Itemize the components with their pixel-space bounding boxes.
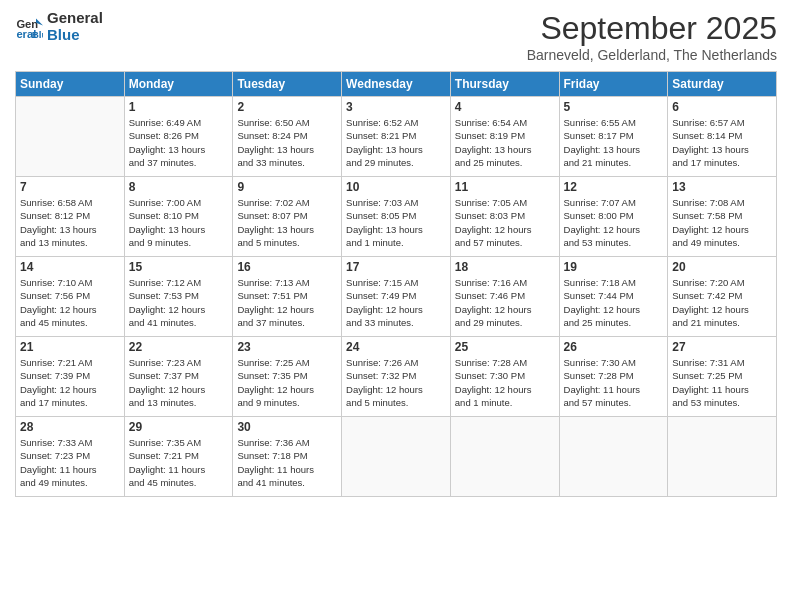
calendar-day-header: Friday [559, 72, 668, 97]
day-info: Sunrise: 6:57 AM Sunset: 8:14 PM Dayligh… [672, 116, 772, 169]
day-number: 20 [672, 260, 772, 274]
calendar-cell [450, 417, 559, 497]
day-info: Sunrise: 6:49 AM Sunset: 8:26 PM Dayligh… [129, 116, 229, 169]
calendar-week-row: 7Sunrise: 6:58 AM Sunset: 8:12 PM Daylig… [16, 177, 777, 257]
calendar-cell: 30Sunrise: 7:36 AM Sunset: 7:18 PM Dayli… [233, 417, 342, 497]
logo-icon: Gen eral Blue [15, 13, 43, 41]
calendar-cell: 10Sunrise: 7:03 AM Sunset: 8:05 PM Dayli… [342, 177, 451, 257]
day-info: Sunrise: 7:18 AM Sunset: 7:44 PM Dayligh… [564, 276, 664, 329]
calendar-cell: 3Sunrise: 6:52 AM Sunset: 8:21 PM Daylig… [342, 97, 451, 177]
calendar-day-header: Monday [124, 72, 233, 97]
calendar-cell: 9Sunrise: 7:02 AM Sunset: 8:07 PM Daylig… [233, 177, 342, 257]
calendar-cell: 1Sunrise: 6:49 AM Sunset: 8:26 PM Daylig… [124, 97, 233, 177]
day-info: Sunrise: 7:28 AM Sunset: 7:30 PM Dayligh… [455, 356, 555, 409]
calendar-cell: 13Sunrise: 7:08 AM Sunset: 7:58 PM Dayli… [668, 177, 777, 257]
calendar-day-header: Sunday [16, 72, 125, 97]
calendar-cell: 17Sunrise: 7:15 AM Sunset: 7:49 PM Dayli… [342, 257, 451, 337]
calendar-day-header: Thursday [450, 72, 559, 97]
day-info: Sunrise: 7:31 AM Sunset: 7:25 PM Dayligh… [672, 356, 772, 409]
title-block: September 2025 Barneveld, Gelderland, Th… [527, 10, 777, 63]
logo-line2: Blue [47, 27, 103, 44]
svg-text:Blue: Blue [32, 29, 43, 40]
day-info: Sunrise: 6:50 AM Sunset: 8:24 PM Dayligh… [237, 116, 337, 169]
day-info: Sunrise: 7:23 AM Sunset: 7:37 PM Dayligh… [129, 356, 229, 409]
day-info: Sunrise: 7:15 AM Sunset: 7:49 PM Dayligh… [346, 276, 446, 329]
day-number: 12 [564, 180, 664, 194]
day-info: Sunrise: 6:52 AM Sunset: 8:21 PM Dayligh… [346, 116, 446, 169]
logo: Gen eral Blue General Blue [15, 10, 103, 43]
day-number: 1 [129, 100, 229, 114]
day-number: 22 [129, 340, 229, 354]
calendar-day-header: Wednesday [342, 72, 451, 97]
calendar-cell [16, 97, 125, 177]
day-info: Sunrise: 7:33 AM Sunset: 7:23 PM Dayligh… [20, 436, 120, 489]
calendar-header-row: SundayMondayTuesdayWednesdayThursdayFrid… [16, 72, 777, 97]
day-number: 4 [455, 100, 555, 114]
calendar-cell [559, 417, 668, 497]
day-number: 11 [455, 180, 555, 194]
calendar-cell: 16Sunrise: 7:13 AM Sunset: 7:51 PM Dayli… [233, 257, 342, 337]
calendar-cell: 15Sunrise: 7:12 AM Sunset: 7:53 PM Dayli… [124, 257, 233, 337]
day-info: Sunrise: 6:55 AM Sunset: 8:17 PM Dayligh… [564, 116, 664, 169]
day-info: Sunrise: 7:03 AM Sunset: 8:05 PM Dayligh… [346, 196, 446, 249]
day-number: 5 [564, 100, 664, 114]
calendar-cell: 21Sunrise: 7:21 AM Sunset: 7:39 PM Dayli… [16, 337, 125, 417]
day-number: 2 [237, 100, 337, 114]
day-number: 19 [564, 260, 664, 274]
month-title: September 2025 [527, 10, 777, 47]
day-info: Sunrise: 7:26 AM Sunset: 7:32 PM Dayligh… [346, 356, 446, 409]
day-info: Sunrise: 7:20 AM Sunset: 7:42 PM Dayligh… [672, 276, 772, 329]
day-number: 30 [237, 420, 337, 434]
calendar-cell: 14Sunrise: 7:10 AM Sunset: 7:56 PM Dayli… [16, 257, 125, 337]
day-number: 10 [346, 180, 446, 194]
calendar-cell: 2Sunrise: 6:50 AM Sunset: 8:24 PM Daylig… [233, 97, 342, 177]
calendar-day-header: Tuesday [233, 72, 342, 97]
day-info: Sunrise: 7:25 AM Sunset: 7:35 PM Dayligh… [237, 356, 337, 409]
day-number: 26 [564, 340, 664, 354]
day-number: 6 [672, 100, 772, 114]
day-number: 3 [346, 100, 446, 114]
calendar-cell: 27Sunrise: 7:31 AM Sunset: 7:25 PM Dayli… [668, 337, 777, 417]
day-number: 29 [129, 420, 229, 434]
day-info: Sunrise: 6:58 AM Sunset: 8:12 PM Dayligh… [20, 196, 120, 249]
day-info: Sunrise: 7:02 AM Sunset: 8:07 PM Dayligh… [237, 196, 337, 249]
day-number: 8 [129, 180, 229, 194]
day-number: 28 [20, 420, 120, 434]
day-number: 25 [455, 340, 555, 354]
day-number: 21 [20, 340, 120, 354]
day-number: 16 [237, 260, 337, 274]
day-info: Sunrise: 7:12 AM Sunset: 7:53 PM Dayligh… [129, 276, 229, 329]
calendar-body: 1Sunrise: 6:49 AM Sunset: 8:26 PM Daylig… [16, 97, 777, 497]
calendar-cell: 11Sunrise: 7:05 AM Sunset: 8:03 PM Dayli… [450, 177, 559, 257]
calendar-cell [668, 417, 777, 497]
calendar-cell: 26Sunrise: 7:30 AM Sunset: 7:28 PM Dayli… [559, 337, 668, 417]
day-info: Sunrise: 7:21 AM Sunset: 7:39 PM Dayligh… [20, 356, 120, 409]
calendar-cell: 22Sunrise: 7:23 AM Sunset: 7:37 PM Dayli… [124, 337, 233, 417]
day-info: Sunrise: 7:05 AM Sunset: 8:03 PM Dayligh… [455, 196, 555, 249]
day-info: Sunrise: 7:16 AM Sunset: 7:46 PM Dayligh… [455, 276, 555, 329]
day-number: 27 [672, 340, 772, 354]
calendar-cell: 7Sunrise: 6:58 AM Sunset: 8:12 PM Daylig… [16, 177, 125, 257]
day-info: Sunrise: 7:30 AM Sunset: 7:28 PM Dayligh… [564, 356, 664, 409]
calendar-cell: 20Sunrise: 7:20 AM Sunset: 7:42 PM Dayli… [668, 257, 777, 337]
day-info: Sunrise: 7:08 AM Sunset: 7:58 PM Dayligh… [672, 196, 772, 249]
calendar-cell [342, 417, 451, 497]
calendar-week-row: 1Sunrise: 6:49 AM Sunset: 8:26 PM Daylig… [16, 97, 777, 177]
calendar-week-row: 14Sunrise: 7:10 AM Sunset: 7:56 PM Dayli… [16, 257, 777, 337]
day-number: 14 [20, 260, 120, 274]
calendar-table: SundayMondayTuesdayWednesdayThursdayFrid… [15, 71, 777, 497]
calendar-cell: 4Sunrise: 6:54 AM Sunset: 8:19 PM Daylig… [450, 97, 559, 177]
day-info: Sunrise: 7:07 AM Sunset: 8:00 PM Dayligh… [564, 196, 664, 249]
calendar-cell: 8Sunrise: 7:00 AM Sunset: 8:10 PM Daylig… [124, 177, 233, 257]
calendar-week-row: 28Sunrise: 7:33 AM Sunset: 7:23 PM Dayli… [16, 417, 777, 497]
calendar-cell: 19Sunrise: 7:18 AM Sunset: 7:44 PM Dayli… [559, 257, 668, 337]
day-number: 17 [346, 260, 446, 274]
day-number: 9 [237, 180, 337, 194]
day-info: Sunrise: 7:36 AM Sunset: 7:18 PM Dayligh… [237, 436, 337, 489]
calendar-week-row: 21Sunrise: 7:21 AM Sunset: 7:39 PM Dayli… [16, 337, 777, 417]
location: Barneveld, Gelderland, The Netherlands [527, 47, 777, 63]
day-info: Sunrise: 7:35 AM Sunset: 7:21 PM Dayligh… [129, 436, 229, 489]
day-number: 24 [346, 340, 446, 354]
day-number: 18 [455, 260, 555, 274]
day-info: Sunrise: 7:00 AM Sunset: 8:10 PM Dayligh… [129, 196, 229, 249]
